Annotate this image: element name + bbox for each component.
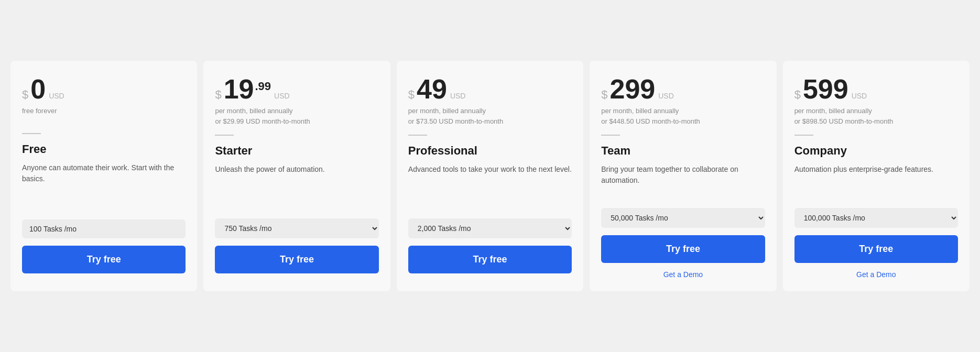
price-billing-team: per month, billed annuallyor $448.50 USD… xyxy=(601,106,765,126)
try-free-button-professional[interactable]: Try free xyxy=(408,246,572,273)
price-dollar-professional: $ xyxy=(408,88,415,102)
divider-company xyxy=(794,135,813,136)
get-demo-link-team[interactable]: Get a Demo xyxy=(601,270,765,279)
price-main-free: 0 xyxy=(30,75,46,103)
plan-name-team: Team xyxy=(601,144,765,158)
divider-team xyxy=(601,135,620,136)
tasks-select-team[interactable]: 50,000 Tasks /mo xyxy=(601,208,765,228)
price-currency-starter: USD xyxy=(274,92,290,100)
price-row-free: $0USD xyxy=(22,75,186,103)
plan-name-free: Free xyxy=(22,142,186,156)
divider-professional xyxy=(408,135,427,136)
divider-starter xyxy=(215,135,234,136)
price-row-company: $599USD xyxy=(794,75,958,103)
tasks-select-company[interactable]: 100,000 Tasks /mo xyxy=(794,208,958,228)
price-main-starter: 19 xyxy=(224,75,254,103)
divider-free xyxy=(22,133,41,134)
plan-desc-starter: Unleash the power of automation. xyxy=(215,164,378,206)
plan-desc-free: Anyone can automate their work. Start wi… xyxy=(22,162,186,207)
price-dollar-company: $ xyxy=(794,88,801,102)
try-free-button-company[interactable]: Try free xyxy=(794,235,958,263)
price-row-starter: $19.99USD xyxy=(215,75,378,103)
price-cents-starter: .99 xyxy=(255,80,271,93)
plan-desc-company: Automation plus enterprise-grade feature… xyxy=(794,164,958,195)
plan-card-starter: $19.99USDper month, billed annuallyor $2… xyxy=(203,61,390,291)
price-dollar-team: $ xyxy=(601,88,607,102)
plan-card-team: $299USDper month, billed annuallyor $448… xyxy=(590,61,776,291)
get-demo-link-company[interactable]: Get a Demo xyxy=(794,270,958,279)
plan-name-company: Company xyxy=(794,144,958,158)
plan-card-free: $0USDfree foreverFreeAnyone can automate… xyxy=(10,61,197,291)
price-billing-professional: per month, billed annuallyor $73.50 USD … xyxy=(408,106,572,126)
tasks-select-starter[interactable]: 750 Tasks /mo xyxy=(215,218,378,238)
plan-name-professional: Professional xyxy=(408,144,572,158)
price-billing-free: free forever xyxy=(22,106,186,125)
plan-name-starter: Starter xyxy=(215,144,378,158)
price-main-company: 599 xyxy=(803,75,848,103)
plan-desc-team: Bring your team together to collaborate … xyxy=(601,164,765,195)
price-currency-team: USD xyxy=(658,92,674,100)
try-free-button-starter[interactable]: Try free xyxy=(215,246,378,273)
tasks-select-professional[interactable]: 2,000 Tasks /mo xyxy=(408,218,572,238)
tasks-static-free: 100 Tasks /mo xyxy=(22,219,186,238)
price-billing-starter: per month, billed annuallyor $29.99 USD … xyxy=(215,106,378,126)
price-billing-company: per month, billed annuallyor $898.50 USD… xyxy=(794,106,958,126)
plan-desc-professional: Advanced tools to take your work to the … xyxy=(408,164,572,206)
price-dollar-starter: $ xyxy=(215,88,221,102)
price-currency-company: USD xyxy=(852,92,867,100)
price-row-team: $299USD xyxy=(601,75,765,103)
price-main-professional: 49 xyxy=(417,75,447,103)
try-free-button-team[interactable]: Try free xyxy=(601,235,765,263)
price-currency-free: USD xyxy=(49,92,64,100)
try-free-button-free[interactable]: Try free xyxy=(22,246,186,273)
plans-container: $0USDfree foreverFreeAnyone can automate… xyxy=(5,61,975,291)
price-dollar-free: $ xyxy=(22,88,28,102)
plan-card-professional: $49USDper month, billed annuallyor $73.5… xyxy=(397,61,583,291)
price-currency-professional: USD xyxy=(450,92,466,100)
price-main-team: 299 xyxy=(609,75,655,103)
plan-card-company: $599USDper month, billed annuallyor $898… xyxy=(783,61,970,291)
price-row-professional: $49USD xyxy=(408,75,572,103)
